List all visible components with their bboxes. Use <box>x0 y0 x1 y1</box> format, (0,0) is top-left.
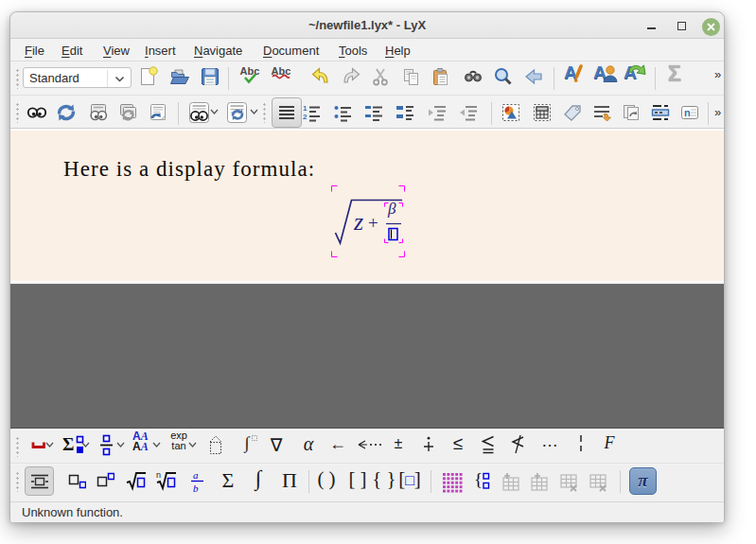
svg-text:b: b <box>193 483 199 494</box>
svg-text:+: + <box>368 213 378 233</box>
svg-text:a: a <box>193 469 199 481</box>
svg-text:2: 2 <box>303 113 308 121</box>
svg-text:β: β <box>387 200 396 218</box>
svg-text:n: n <box>684 107 691 118</box>
svg-text:1: 1 <box>303 104 308 113</box>
svg-text:n: n <box>156 470 161 480</box>
svg-text:z: z <box>353 208 363 236</box>
